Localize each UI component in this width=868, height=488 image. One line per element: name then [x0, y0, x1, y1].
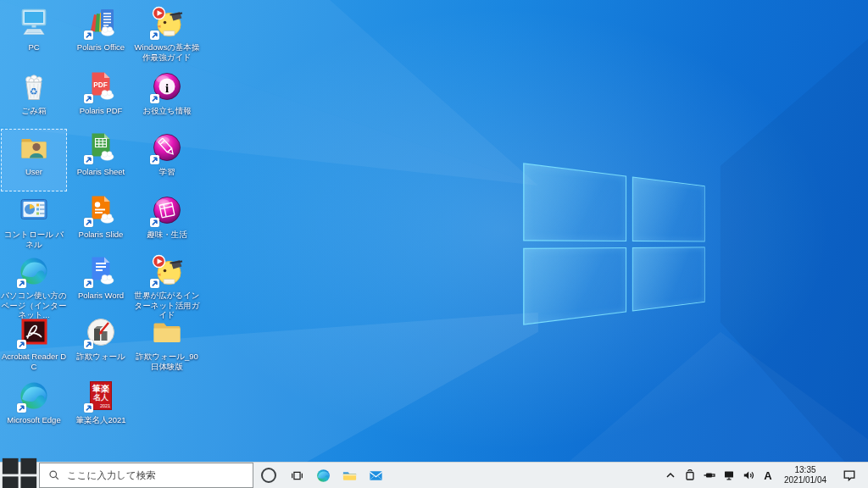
file-explorer-icon	[342, 468, 358, 484]
desktop-icon-label: Acrobat Reader DC	[1, 352, 67, 371]
pc-usage-page-icon	[17, 254, 51, 288]
desktop-icon-internet-guide[interactable]: 世界が広がるインターネット活用ガイド	[134, 252, 200, 315]
hidden-icons-chevron[interactable]	[662, 469, 679, 482]
shortcut-arrow-icon	[17, 340, 26, 349]
windows-start-icon	[0, 456, 39, 488]
desktop-icon-label: コントロール パネル	[1, 230, 67, 249]
desktop-icon-acrobat-reader-dc[interactable]: Acrobat Reader DC	[1, 313, 67, 376]
pc-icon	[17, 6, 51, 40]
cortana-button[interactable]	[253, 463, 284, 488]
shortcut-arrow-icon	[150, 218, 159, 227]
desktop-icon-label: 詐欺ウォール	[68, 352, 134, 362]
polaris-slide-icon	[84, 193, 118, 227]
desktop-icon-sagiwall[interactable]: 詐欺ウォール	[68, 313, 134, 376]
desktop-icon-label: PC	[1, 42, 67, 53]
search-icon	[48, 469, 60, 481]
taskbar-search-input[interactable]: ここに入力して検索	[39, 463, 253, 488]
desktop-icon-label: 学習	[134, 167, 200, 177]
edge-icon	[315, 468, 331, 484]
shortcut-arrow-icon	[150, 94, 159, 103]
polaris-office-icon	[84, 6, 118, 40]
desktop-icon-label: Polaris Sheet	[68, 167, 134, 177]
shortcut-arrow-icon	[150, 279, 159, 288]
recycle-bin-icon: ♻	[17, 69, 51, 103]
svg-text:i: i	[165, 81, 169, 95]
desktop-icon-polaris-slide[interactable]: Polaris Slide	[68, 191, 134, 254]
desktop-icon-label: Polaris Word	[68, 291, 134, 301]
desktop-icon-label: Polaris Slide	[68, 230, 134, 240]
svg-text:PDF: PDF	[93, 81, 107, 89]
sagiwall-trial-folder-icon	[150, 315, 184, 349]
desktop-icon-user-folder[interactable]: User	[1, 129, 67, 191]
microsoft-edge-icon	[17, 379, 51, 413]
task-view-button[interactable]	[284, 463, 310, 488]
mail-icon	[368, 468, 384, 484]
desktop-icon-label: User	[1, 167, 67, 177]
windows-desktop: PC Polaris Office Windowsの基本操作最強ガイド ♻ごみ箱…	[0, 0, 868, 488]
desktop-icon-oyakudachi-info[interactable]: iお役立ち情報	[134, 68, 200, 130]
windows-basic-guide-icon	[150, 6, 184, 40]
acrobat-reader-dc-icon	[17, 315, 51, 349]
shortcut-arrow-icon	[84, 403, 93, 413]
ime-mode-indicator[interactable]: A	[760, 469, 776, 482]
shumi-seikatsu-icon	[150, 193, 184, 227]
desktop-icon-pc[interactable]: PC	[1, 4, 67, 67]
desktop-icon-label: お役立ち情報	[134, 106, 200, 116]
oyakudachi-info-icon: i	[150, 69, 184, 103]
desktop-icon-polaris-sheet[interactable]: Polaris Sheet	[68, 129, 134, 191]
desktop-icon-label: 詐欺ウォール_90日体験版	[134, 352, 200, 371]
shortcut-arrow-icon	[150, 30, 159, 40]
action-center-icon	[843, 469, 856, 482]
svg-text:筆楽: 筆楽	[92, 384, 109, 393]
user-folder-icon	[17, 130, 51, 164]
desktop-icon-label: ごみ箱	[1, 106, 67, 116]
file-explorer-button[interactable]	[337, 463, 363, 488]
tablet-device-icon[interactable]	[682, 469, 698, 482]
huderaku-meijin-2021-icon: 筆楽 名人 2021	[84, 379, 118, 413]
desktop-icon-windows-basic-guide[interactable]: Windowsの基本操作最強ガイド	[134, 4, 200, 67]
desktop-icon-grid: PC Polaris Office Windowsの基本操作最強ガイド ♻ごみ箱…	[0, 0, 868, 462]
desktop-icon-gakushu[interactable]: 学習	[134, 129, 200, 191]
shortcut-arrow-icon	[84, 155, 93, 164]
control-panel-icon	[17, 193, 51, 227]
cortana-icon	[261, 468, 276, 483]
polaris-word-icon	[84, 254, 118, 288]
desktop-icon-huderaku-meijin-2021[interactable]: 筆楽 名人 2021筆楽名人2021	[68, 377, 134, 440]
desktop-icon-microsoft-edge[interactable]: Microsoft Edge	[1, 377, 67, 440]
desktop-icon-label: Polaris Office	[68, 42, 134, 53]
volume-icon[interactable]	[740, 469, 757, 482]
mail-button[interactable]	[363, 463, 389, 488]
desktop-icon-label: 趣味・生活	[134, 230, 200, 240]
svg-text:名人: 名人	[92, 393, 109, 402]
desktop-icon-pc-usage-page[interactable]: パソコン使い方のページ（インターネット...	[1, 252, 67, 315]
desktop-icon-label: Polaris PDF	[68, 106, 134, 116]
shortcut-arrow-icon	[150, 155, 159, 164]
action-center-button[interactable]	[834, 469, 865, 482]
desktop-icon-label: 筆楽名人2021	[68, 415, 134, 425]
system-tray: A 13:35 2021/01/04	[662, 463, 868, 488]
shortcut-arrow-icon	[17, 279, 26, 288]
sagiwall-icon	[84, 315, 118, 349]
network-icon[interactable]	[721, 469, 737, 482]
shortcut-arrow-icon	[84, 279, 93, 288]
task-view-icon	[291, 469, 303, 482]
desktop-icon-polaris-pdf[interactable]: PDFPolaris PDF	[68, 68, 134, 130]
desktop-icon-control-panel[interactable]: コントロール パネル	[1, 191, 67, 254]
svg-text:2021: 2021	[100, 403, 110, 408]
desktop-icon-polaris-office[interactable]: Polaris Office	[68, 4, 134, 67]
desktop-icon-sagiwall-trial-folder[interactable]: 詐欺ウォール_90日体験版	[134, 313, 200, 376]
shortcut-arrow-icon	[17, 403, 26, 413]
taskbar-edge-button[interactable]	[310, 463, 337, 488]
start-button[interactable]	[0, 463, 39, 488]
clock-date: 2021/01/04	[779, 475, 832, 486]
desktop-icon-label: Windowsの基本操作最強ガイド	[134, 42, 200, 62]
desktop-icon-polaris-word[interactable]: Polaris Word	[68, 252, 134, 315]
shortcut-arrow-icon	[84, 340, 93, 349]
shortcut-arrow-icon	[84, 30, 93, 40]
safely-remove-hardware-icon[interactable]	[701, 469, 718, 482]
taskbar-clock[interactable]: 13:35 2021/01/04	[779, 465, 832, 486]
taskbar: ここに入力して検索	[0, 462, 868, 488]
desktop-icon-shumi-seikatsu[interactable]: 趣味・生活	[134, 191, 200, 254]
desktop-icon-recycle-bin[interactable]: ♻ごみ箱	[1, 68, 67, 130]
taskbar-empty-area	[389, 463, 662, 488]
